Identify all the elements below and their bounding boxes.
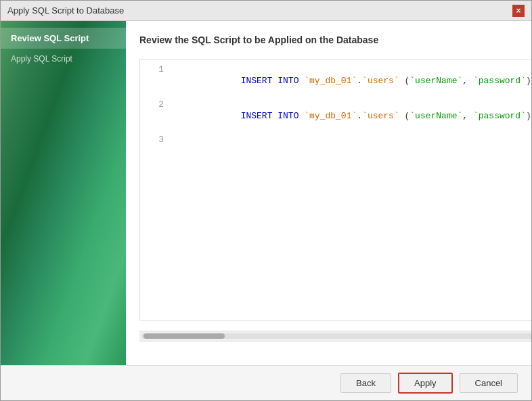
scrollbar-thumb[interactable] xyxy=(143,333,225,339)
dialog-title: Apply SQL Script to Database xyxy=(7,5,124,16)
close-button[interactable]: × xyxy=(512,5,525,17)
main-content: Review SQL Script Apply SQL Script Revie… xyxy=(1,21,531,365)
content-area: Review the SQL Script to be Applied on t… xyxy=(126,21,531,365)
code-line-1: 1 INSERT INTO `my_db_01`.`users` (`userN… xyxy=(140,63,531,98)
code-text-1: INSERT INTO `my_db_01`.`users` (`userNam… xyxy=(177,64,531,97)
line-number-3: 3 xyxy=(147,135,164,145)
cancel-button[interactable]: Cancel xyxy=(460,373,518,393)
content-title: Review the SQL Script to be Applied on t… xyxy=(139,34,531,45)
scrollbar-track xyxy=(141,333,531,339)
line-number-2: 2 xyxy=(147,99,164,110)
code-text-2: INSERT INTO `my_db_01`.`users` (`userNam… xyxy=(177,99,531,132)
title-bar: Apply SQL Script to Database × xyxy=(1,1,531,21)
line-number-1: 1 xyxy=(147,64,164,74)
code-line-3: 3 xyxy=(140,133,531,147)
code-editor[interactable]: 1 INSERT INTO `my_db_01`.`users` (`userN… xyxy=(139,59,531,321)
scrollbar-area[interactable] xyxy=(139,331,531,341)
footer: Back Apply Cancel xyxy=(1,365,531,400)
back-button[interactable]: Back xyxy=(340,373,391,393)
dialog: Apply SQL Script to Database × Review SQ… xyxy=(0,0,532,401)
sidebar-item-apply[interactable]: Apply SQL Script xyxy=(1,49,126,69)
code-line-2: 2 INSERT INTO `my_db_01`.`users` (`userN… xyxy=(140,98,531,133)
sidebar-item-review[interactable]: Review SQL Script xyxy=(1,28,126,49)
sidebar: Review SQL Script Apply SQL Script xyxy=(1,21,126,365)
apply-button[interactable]: Apply xyxy=(398,373,453,394)
